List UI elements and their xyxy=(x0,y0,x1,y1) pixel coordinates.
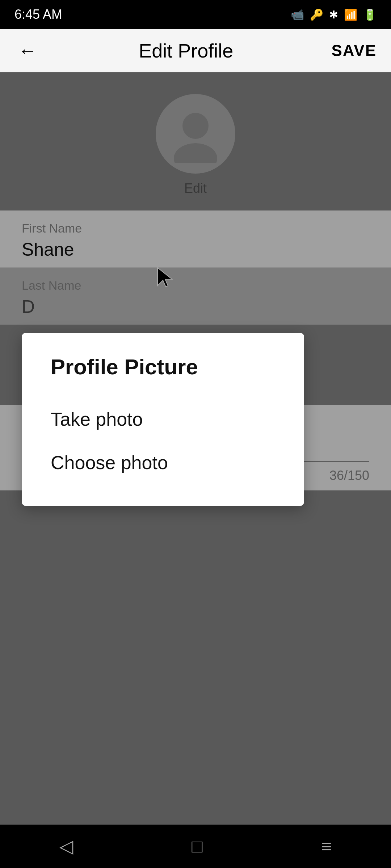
page-title: Edit Profile xyxy=(139,39,233,62)
app-bar: ← Edit Profile SAVE xyxy=(0,29,391,72)
status-icons: 📹 🔑 ✱ 📶 🔋 xyxy=(291,8,377,21)
content-area: Edit First Name Shane Last Name D Bio St… xyxy=(0,72,391,868)
wifi-icon: 📶 xyxy=(344,8,357,21)
camera-icon: 📹 xyxy=(291,8,304,21)
choose-photo-option[interactable]: Choose photo xyxy=(51,441,275,484)
profile-picture-dialog: Profile Picture Take photo Choose photo xyxy=(22,333,304,506)
bluetooth-icon: ✱ xyxy=(329,8,338,21)
status-time: 6:45 AM xyxy=(14,7,62,22)
back-button[interactable]: ← xyxy=(14,36,41,65)
key-icon: 🔑 xyxy=(310,8,323,21)
take-photo-option[interactable]: Take photo xyxy=(51,397,275,441)
dialog-title: Profile Picture xyxy=(51,354,275,379)
battery-icon: 🔋 xyxy=(363,8,377,21)
save-button[interactable]: SAVE xyxy=(331,42,377,60)
status-bar: 6:45 AM 📹 🔑 ✱ 📶 🔋 xyxy=(0,0,391,29)
page-wrapper: 6:45 AM 📹 🔑 ✱ 📶 🔋 ← Edit Profile SAVE Ed… xyxy=(0,0,391,868)
